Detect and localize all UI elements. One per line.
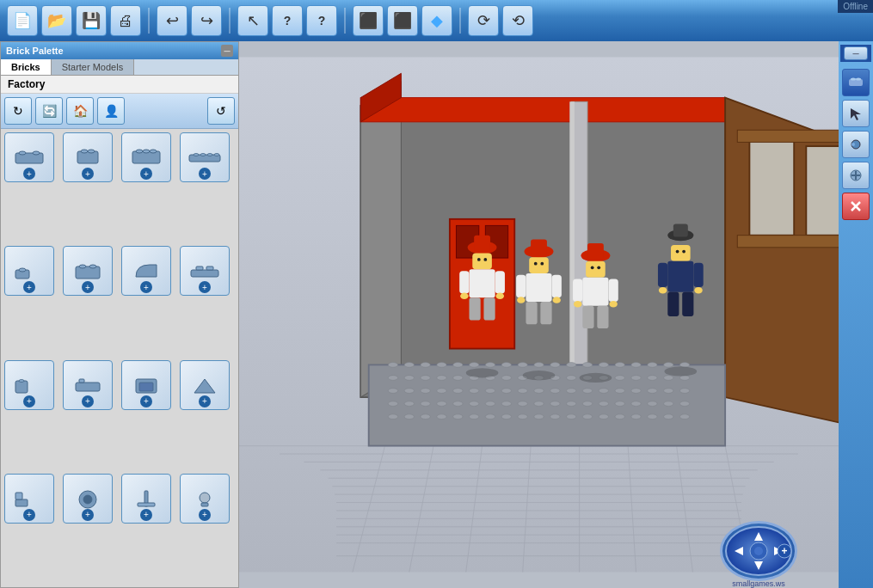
- brick-palette-button[interactable]: [842, 69, 870, 96]
- svg-rect-206: [582, 306, 593, 328]
- view3-button[interactable]: ◆: [421, 5, 452, 36]
- save-button[interactable]: 💾: [76, 5, 107, 36]
- collapse-button[interactable]: ─: [844, 46, 868, 60]
- svg-marker-29: [194, 379, 215, 393]
- svg-point-119: [453, 389, 463, 394]
- cam1-button[interactable]: ⟳: [468, 5, 499, 36]
- svg-point-145: [567, 401, 576, 407]
- svg-rect-177: [469, 269, 495, 297]
- svg-point-11: [194, 154, 199, 156]
- brick-item[interactable]: +: [63, 246, 113, 296]
- cam2-button[interactable]: ⟲: [502, 5, 533, 36]
- svg-point-81: [453, 363, 463, 368]
- svg-point-33: [83, 495, 92, 504]
- svg-point-160: [501, 414, 511, 420]
- svg-rect-183: [483, 297, 495, 320]
- svg-rect-179: [495, 271, 505, 293]
- help-button[interactable]: ?: [272, 5, 303, 36]
- svg-rect-203: [609, 279, 618, 302]
- svg-point-126: [567, 389, 576, 394]
- new-button[interactable]: 📄: [7, 5, 38, 36]
- svg-rect-173: [474, 236, 490, 252]
- brick-add-icon: +: [23, 168, 35, 180]
- svg-rect-191: [552, 275, 562, 297]
- brick-item[interactable]: +: [121, 246, 171, 296]
- paint-button[interactable]: [842, 131, 870, 158]
- tool-refresh[interactable]: ↺: [207, 97, 235, 125]
- svg-point-238: [851, 143, 855, 146]
- tool-rotate[interactable]: ↻: [4, 97, 32, 125]
- svg-point-110: [615, 376, 624, 381]
- svg-point-192: [517, 297, 525, 303]
- svg-point-130: [631, 389, 641, 394]
- svg-rect-174: [472, 253, 492, 269]
- brick-add-icon: +: [140, 281, 152, 293]
- svg-point-5: [88, 150, 95, 153]
- brick-item[interactable]: +: [180, 132, 230, 182]
- tool-transform[interactable]: 🔄: [35, 97, 63, 125]
- brick-item[interactable]: +: [180, 360, 230, 410]
- svg-point-148: [615, 401, 624, 407]
- delete-button[interactable]: [842, 193, 870, 220]
- svg-point-129: [615, 389, 624, 394]
- svg-point-99: [437, 376, 446, 381]
- svg-point-133: [679, 389, 689, 394]
- open-button[interactable]: 📂: [41, 5, 72, 36]
- brick-add-icon: +: [82, 168, 94, 180]
- brick-item[interactable]: +: [121, 132, 171, 182]
- print-button[interactable]: 🖨: [110, 5, 141, 36]
- tab-bricks[interactable]: Bricks: [1, 59, 52, 75]
- right-toolbar-collapse: ─: [840, 45, 871, 62]
- viewport[interactable]: + smallgames.ws: [239, 41, 839, 588]
- select-button[interactable]: ↖: [237, 5, 268, 36]
- brick-item[interactable]: +: [4, 360, 54, 410]
- svg-point-168: [631, 414, 641, 420]
- navigation-widget[interactable]: +: [720, 521, 797, 581]
- tab-starter-models[interactable]: Starter Models: [52, 59, 135, 75]
- brick-item[interactable]: +: [63, 474, 113, 524]
- svg-point-220: [466, 368, 499, 377]
- brick-add-icon: +: [82, 281, 94, 293]
- svg-point-131: [648, 389, 657, 394]
- brick-item[interactable]: +: [180, 246, 230, 296]
- brick-item[interactable]: +: [63, 360, 113, 410]
- brick-item[interactable]: +: [4, 474, 54, 524]
- svg-point-97: [404, 376, 414, 381]
- tutorial-button[interactable]: ?: [306, 5, 337, 36]
- brick-item[interactable]: +: [180, 474, 230, 524]
- brick-add-icon: +: [199, 509, 211, 521]
- svg-rect-23: [15, 381, 28, 393]
- svg-point-167: [615, 414, 624, 420]
- brick-item[interactable]: +: [4, 246, 54, 296]
- svg-point-92: [631, 363, 641, 368]
- brick-item[interactable]: +: [63, 132, 113, 182]
- brick-add-icon: +: [199, 281, 211, 293]
- view2-button[interactable]: ⬛: [387, 5, 418, 36]
- svg-rect-201: [582, 278, 608, 306]
- undo-button[interactable]: ↩: [157, 5, 188, 36]
- brick-item[interactable]: +: [121, 474, 171, 524]
- svg-point-154: [404, 414, 414, 420]
- brick-item[interactable]: +: [4, 132, 54, 182]
- offline-badge: Offline: [838, 0, 873, 13]
- palette-close-button[interactable]: ─: [221, 45, 233, 57]
- svg-point-36: [200, 493, 210, 503]
- svg-point-165: [582, 414, 592, 420]
- select-tool-button[interactable]: [842, 100, 870, 127]
- view1-button[interactable]: ⬛: [353, 5, 384, 36]
- svg-rect-185: [531, 239, 547, 255]
- redo-button[interactable]: ↪: [191, 5, 222, 36]
- svg-point-153: [388, 414, 397, 420]
- brick-add-icon: +: [140, 509, 152, 521]
- svg-point-94: [664, 363, 673, 368]
- tool-home[interactable]: 🏠: [66, 97, 94, 125]
- tool-user[interactable]: 👤: [97, 97, 125, 125]
- brick-item[interactable]: +: [121, 360, 171, 410]
- brick-palette-panel: Brick Palette ─ Bricks Starter Models Fa…: [0, 41, 239, 588]
- brick-add-icon: +: [140, 168, 152, 180]
- svg-point-13: [207, 154, 212, 156]
- clone-button[interactable]: [842, 162, 870, 189]
- svg-point-77: [388, 363, 397, 368]
- svg-point-16: [19, 268, 26, 272]
- svg-point-187: [534, 262, 538, 266]
